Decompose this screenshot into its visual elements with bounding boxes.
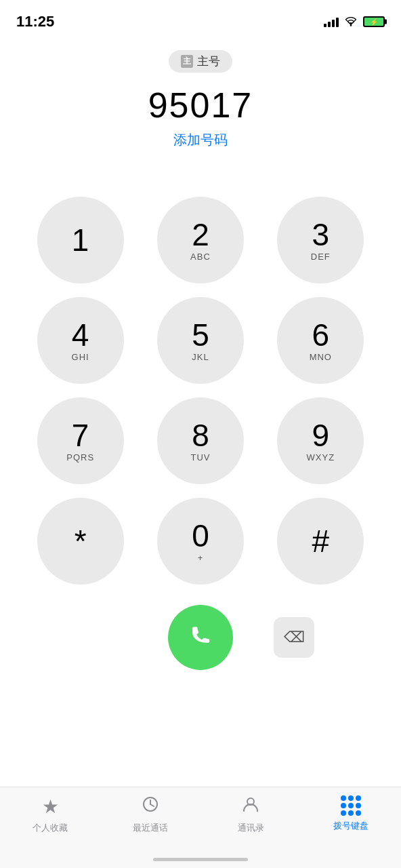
spacer-left: [87, 617, 127, 658]
delete-button[interactable]: ⌫: [274, 617, 314, 658]
dial-7[interactable]: 7 PQRS: [37, 397, 124, 484]
home-indicator: [153, 858, 248, 861]
recents-icon: [142, 795, 159, 818]
sim-label: 主号: [197, 54, 220, 69]
wifi-icon: [344, 16, 358, 27]
keypad-label: 拨号键盘: [333, 820, 368, 832]
contacts-label: 通讯录: [238, 822, 264, 834]
dial-6[interactable]: 6 MNO: [277, 297, 364, 384]
contacts-icon: [242, 795, 259, 818]
nav-favorites[interactable]: ★ 个人收藏: [0, 795, 100, 834]
bottom-nav: ★ 个人收藏 最近通话 通讯录 拨号键盘: [0, 787, 401, 868]
dial-hash[interactable]: #: [277, 498, 364, 585]
dial-8[interactable]: 8 TUV: [157, 397, 244, 484]
status-bar: 11:25 ⚡: [0, 0, 401, 34]
dial-3[interactable]: 3 DEF: [277, 197, 364, 283]
dial-5[interactable]: 5 JKL: [157, 297, 244, 384]
favorites-label: 个人收藏: [33, 822, 68, 834]
dial-1[interactable]: 1: [37, 197, 124, 283]
battery-icon: ⚡: [363, 16, 385, 27]
phone-number-display: 95017: [0, 85, 401, 125]
add-number-link[interactable]: 添加号码: [0, 131, 401, 149]
dial-4[interactable]: 4 GHI: [37, 297, 124, 384]
action-row: ⌫: [0, 605, 401, 670]
recents-label: 最近通话: [133, 822, 168, 834]
favorites-icon: ★: [42, 795, 59, 818]
dial-0[interactable]: 0 +: [157, 498, 244, 585]
call-button[interactable]: [168, 605, 233, 670]
sim-icon: 主: [181, 55, 193, 68]
nav-contacts[interactable]: 通讯录: [200, 795, 301, 834]
nav-keypad[interactable]: 拨号键盘: [301, 795, 401, 832]
dial-9[interactable]: 9 WXYZ: [277, 397, 364, 484]
dialpad: 1 2 ABC 3 DEF 4 GHI 5 JKL 6 MNO 7 PQRS 8…: [0, 170, 401, 585]
status-time: 11:25: [16, 13, 54, 31]
status-icons: ⚡: [324, 16, 385, 27]
svg-point-0: [350, 24, 352, 26]
nav-recents[interactable]: 最近通话: [100, 795, 200, 834]
sim-badge[interactable]: 主 主号: [169, 50, 232, 73]
dial-2[interactable]: 2 ABC: [157, 197, 244, 283]
svg-line-3: [150, 804, 154, 806]
call-icon: [187, 621, 214, 654]
signal-icon: [324, 16, 339, 27]
delete-icon: ⌫: [284, 629, 305, 646]
keypad-icon: [341, 795, 361, 816]
dial-star[interactable]: *: [37, 498, 124, 585]
